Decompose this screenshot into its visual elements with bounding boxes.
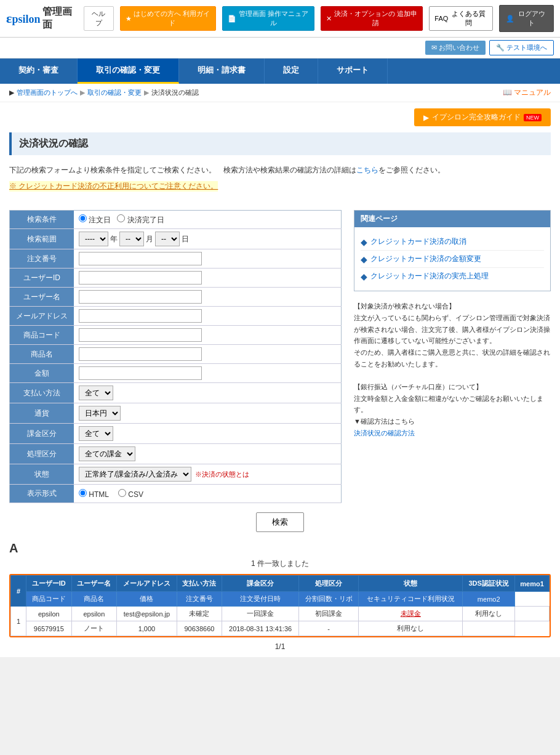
nav-item-transactions[interactable]: 取引の確認・変更 [78, 59, 179, 84]
manual-icon: 📄 [228, 15, 236, 23]
col-order-number: 注文番号 [177, 592, 222, 607]
breadcrumb-current: 決済状況の確認 [151, 88, 199, 97]
amount-label: 金額 [10, 364, 74, 383]
cell-user-id: epsilon [26, 607, 72, 621]
arrow-icon: ◆ [361, 237, 367, 247]
processing-category-row: 処理区分 全ての課金 [10, 444, 342, 464]
faq-button[interactable]: FAQ よくある質問 [429, 6, 492, 31]
manual-link[interactable]: 📖 マニュアル [503, 87, 551, 98]
related-link-amount-change[interactable]: ◆ クレジットカード決済の金額変更 [361, 251, 544, 268]
product-name-input[interactable] [79, 347, 202, 361]
radio-html[interactable] [79, 489, 87, 497]
search-condition-label: 検索条件 [10, 211, 74, 229]
billing-category-select[interactable]: 全て [79, 426, 113, 441]
sub-header: ✉ お問い合わせ 🔧 テスト環境へ [0, 38, 560, 59]
radio-order-date-label[interactable]: 注文日 [79, 214, 111, 225]
cell-status: 未課金 [359, 607, 463, 621]
section-title: 決済状況の確認 [9, 132, 551, 155]
month-select[interactable]: -- [119, 232, 144, 246]
user-name-input[interactable] [79, 290, 202, 304]
cell-installment: - [298, 621, 358, 636]
processing-category-select[interactable]: 全ての課金 [79, 446, 135, 461]
add-application-button[interactable]: ✕ 決済・オプションの 追加申請 [321, 6, 423, 31]
logo-subtitle: 管理画面 [42, 6, 77, 31]
nav-item-settings[interactable]: 設定 [265, 59, 318, 84]
currency-select[interactable]: 日本円 [79, 406, 121, 421]
radio-complete-date-label[interactable]: 決済完了日 [117, 214, 164, 225]
test-env-button[interactable]: 🔧 テスト環境へ [489, 40, 554, 55]
cell-price: 1,000 [117, 621, 177, 636]
related-link-actual-sales[interactable]: ◆ クレジットカード決済の実売上処理 [361, 268, 544, 285]
cell-billing-category: 一回課金 [222, 607, 299, 621]
search-button[interactable]: 検索 [256, 512, 304, 532]
breadcrumb-top[interactable]: 管理画面のトップへ [17, 88, 78, 97]
col-order-date: 注文受付日時 [222, 592, 299, 607]
warning-link[interactable]: ※ クレジットカード決済の不正利用についてご注意ください。 [9, 181, 218, 192]
related-title: 関連ページ [354, 211, 550, 227]
nav-item-billing[interactable]: 明細・請求書 [179, 59, 265, 84]
manual-book-icon: 📖 [503, 88, 512, 97]
currency-row: 通貨 日本円 [10, 403, 342, 424]
user-id-input[interactable] [79, 271, 202, 285]
product-name-row: 商品名 [10, 345, 342, 364]
search-range-row: 検索範囲 ---- 年 -- 月 -- 日 [10, 229, 342, 249]
order-number-row: 注文番号 [10, 249, 342, 268]
nav-item-contract[interactable]: 契約・審査 [0, 59, 78, 84]
contact-button[interactable]: ✉ お問い合わせ [425, 41, 486, 55]
guide-button[interactable]: ★ はじめての方へ 利用ガイド [120, 6, 217, 31]
col-installment: 分割回数・リボ [298, 592, 358, 607]
col-tds: 3DS認証状況 [463, 576, 515, 592]
product-code-input[interactable] [79, 328, 202, 342]
cell-security-code: 利用なし [359, 621, 463, 636]
test-icon: 🔧 [496, 44, 505, 52]
breadcrumb-transactions[interactable]: 取引の確認・変更 [87, 88, 142, 97]
main-content: ▶ イプシロン完全攻略ガイド NEW 決済状況の確認 下記の検索フォームより検索… [0, 102, 560, 657]
logout-button[interactable]: 👤 ログアウト [499, 5, 554, 32]
email-input[interactable] [79, 309, 202, 323]
payment-method-row: 支払い方法 全て [10, 383, 342, 403]
status-select[interactable]: 正常終了/課金済み/入金済み [79, 467, 191, 482]
related-section: 関連ページ ◆ クレジットカード決済の取消 ◆ クレジットカード決済の金額変更 … [354, 210, 551, 503]
csv-format-label[interactable]: CSV [118, 489, 143, 499]
search-button-row: 検索 [9, 512, 551, 532]
amount-change-link[interactable]: クレジットカード決済の金額変更 [370, 254, 481, 264]
day-select[interactable]: -- [155, 232, 180, 246]
warning-text: ※ クレジットカード決済の不正利用についてご注意ください。 [9, 181, 551, 201]
guide-banner-button[interactable]: ▶ イプシロン完全攻略ガイド NEW [414, 108, 551, 126]
user-name-label: ユーザー名 [10, 288, 74, 307]
related-link-cancel[interactable]: ◆ クレジットカード決済の取消 [361, 233, 544, 251]
status-link[interactable]: ※決済の状態とは [195, 470, 249, 479]
status-label: 状態 [10, 464, 74, 485]
result-table: # ユーザーID ユーザー名 メールアドレス 支払い方法 課金区分 処理区分 状… [10, 575, 550, 636]
display-format-row: 表示形式 HTML CSV [10, 485, 342, 503]
email-label: メールアドレス [10, 307, 74, 326]
description-link[interactable]: こちら [356, 166, 378, 174]
radio-order-date[interactable] [79, 214, 87, 222]
payment-method-select[interactable]: 全て [79, 386, 113, 400]
cell-index: 1 [11, 607, 26, 636]
logo-brand: εpsilon [6, 10, 40, 26]
manual-button[interactable]: 📄 管理画面 操作マニュアル [222, 6, 314, 31]
actual-sales-link[interactable]: クレジットカード決済の実売上処理 [370, 271, 489, 281]
amount-input[interactable] [79, 366, 202, 380]
cell-payment-method: 未確定 [177, 607, 222, 621]
logout-icon: 👤 [506, 15, 514, 23]
product-code-row: 商品コード [10, 326, 342, 345]
status-row: 状態 正常終了/課金済み/入金済み ※決済の状態とは [10, 464, 342, 485]
status-cell-link[interactable]: 未課金 [401, 610, 421, 617]
billing-category-row: 課金区分 全て [10, 424, 342, 444]
radio-complete-date[interactable] [117, 214, 125, 222]
col-index: # [11, 576, 26, 607]
col-product-name: 商品名 [71, 592, 117, 607]
nav-item-support[interactable]: サポート [318, 59, 388, 84]
help-button[interactable]: ヘルプ [84, 6, 114, 31]
year-select[interactable]: ---- [79, 232, 108, 246]
html-format-label[interactable]: HTML [79, 489, 109, 499]
order-number-input[interactable] [79, 252, 202, 265]
radio-csv[interactable] [118, 489, 126, 497]
user-name-row: ユーザー名 [10, 288, 342, 307]
confirmation-method-link[interactable]: 決済状況の確認方法 [354, 429, 415, 437]
user-id-label: ユーザーID [10, 268, 74, 288]
cancel-link[interactable]: クレジットカード決済の取消 [370, 236, 466, 247]
order-number-label: 注文番号 [10, 249, 74, 268]
